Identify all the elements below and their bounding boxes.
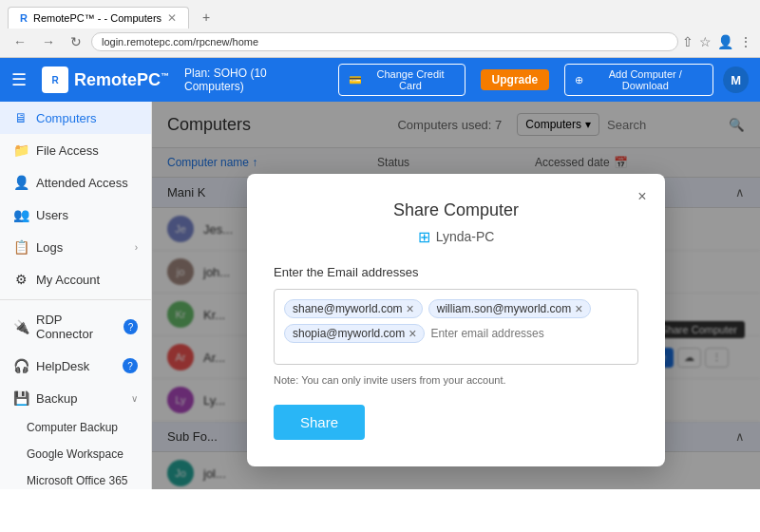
tab-title: RemotePC™ - - Computers bbox=[33, 12, 162, 24]
main-area: 🖥 Computers 📁 File Access 👤 Attended Acc… bbox=[0, 102, 760, 489]
sidebar-item-helpdesk[interactable]: 🎧 HelpDesk ? bbox=[0, 350, 151, 382]
browser-nav: ← → ↻ ⇧ ☆ 👤 ⋮ bbox=[0, 28, 760, 57]
user-avatar[interactable]: M bbox=[723, 66, 749, 93]
sidebar-item-google-workspace[interactable]: Google Workspace bbox=[0, 441, 151, 467]
refresh-button[interactable]: ↻ bbox=[65, 32, 87, 51]
content-wrapper: Computers Computers used: 7 Computers ▾ … bbox=[152, 102, 760, 489]
modal-note: Note: You can only invite users from you… bbox=[274, 374, 638, 386]
sidebar-item-label: My Account bbox=[36, 273, 100, 287]
address-bar[interactable] bbox=[91, 32, 678, 51]
sidebar-item-label: Logs bbox=[36, 240, 63, 255]
file-access-icon: 📁 bbox=[13, 142, 28, 158]
chevron-down-icon: ∨ bbox=[131, 393, 138, 404]
sidebar-item-label: Attended Access bbox=[36, 176, 128, 190]
rdp-badge: ? bbox=[124, 319, 138, 334]
sidebar-item-users[interactable]: 👥 Users bbox=[0, 199, 151, 231]
sidebar-item-computers[interactable]: 🖥 Computers bbox=[0, 102, 151, 134]
sidebar-item-label: HelpDesk bbox=[36, 359, 89, 373]
back-button[interactable]: ← bbox=[8, 32, 32, 51]
bookmark-button[interactable]: ☆ bbox=[699, 34, 712, 49]
helpdesk-icon: 🎧 bbox=[13, 358, 28, 373]
email-input-area[interactable]: shane@myworld.com × william.son@myworld.… bbox=[274, 289, 638, 365]
plan-info: Plan: SOHO (10 Computers) bbox=[184, 66, 323, 93]
new-tab-button[interactable]: + bbox=[195, 6, 218, 28]
profile-button[interactable]: 👤 bbox=[717, 34, 733, 49]
email-tag-text: shopia@myworld.com bbox=[293, 327, 405, 340]
browser-title-bar: R RemotePC™ - - Computers ✕ + bbox=[0, 0, 760, 28]
sidebar-item-logs[interactable]: 📋 Logs › bbox=[0, 231, 151, 263]
email-tag-text: shane@myworld.com bbox=[293, 302, 403, 315]
sidebar-item-file-access[interactable]: 📁 File Access bbox=[0, 134, 151, 166]
modal-title: Share Computer bbox=[274, 200, 638, 220]
chevron-right-icon: › bbox=[135, 242, 138, 253]
sidebar-divider bbox=[0, 299, 151, 300]
modal-close-button[interactable]: × bbox=[631, 185, 654, 208]
header-right: ⊕ Add Computer / Download M bbox=[564, 64, 749, 96]
sidebar-item-label: Backup bbox=[36, 391, 77, 406]
sidebar-item-label: File Access bbox=[36, 143, 99, 158]
menu-button[interactable]: ⋮ bbox=[739, 34, 752, 49]
computers-icon: 🖥 bbox=[13, 110, 28, 125]
logo-text: RemotePC™ bbox=[74, 70, 169, 90]
my-account-icon: ⚙ bbox=[13, 272, 28, 287]
share-button[interactable]: Share bbox=[274, 405, 365, 440]
backup-icon: 💾 bbox=[13, 390, 28, 406]
sidebar-item-label: Users bbox=[36, 208, 68, 222]
content-area: Computers Computers used: 7 Computers ▾ … bbox=[152, 102, 760, 489]
sidebar-item-label: Google Workspace bbox=[27, 447, 124, 461]
email-tag-remove[interactable]: × bbox=[407, 302, 414, 315]
extensions-button[interactable]: ⇧ bbox=[682, 34, 694, 49]
email-tag-remove[interactable]: × bbox=[575, 302, 582, 315]
tab-favicon: R bbox=[20, 12, 28, 24]
rdp-icon: 🔌 bbox=[13, 319, 28, 334]
helpdesk-badge: ? bbox=[123, 358, 138, 373]
logo-icon: R bbox=[42, 66, 68, 93]
hamburger-button[interactable]: ☰ bbox=[11, 69, 27, 90]
credit-card-label: Change Credit Card bbox=[366, 68, 454, 91]
app: ☰ R RemotePC™ Plan: SOHO (10 Computers) … bbox=[0, 58, 760, 489]
attended-access-icon: 👤 bbox=[13, 175, 28, 190]
modal-overlay: × Share Computer ⊞ Lynda-PC Enter the Em… bbox=[152, 102, 760, 489]
add-computer-button[interactable]: ⊕ Add Computer / Download bbox=[564, 64, 713, 96]
sidebar-item-rdp-connector[interactable]: 🔌 RDP Connector ? bbox=[0, 304, 151, 350]
modal-computer-name: ⊞ Lynda-PC bbox=[274, 228, 638, 246]
sidebar-item-label: Computer Backup bbox=[27, 421, 118, 434]
add-computer-label: Add Computer / Download bbox=[587, 68, 703, 91]
users-icon: 👥 bbox=[13, 207, 28, 222]
email-tag-text: william.son@myworld.com bbox=[437, 302, 572, 315]
email-tag-remove[interactable]: × bbox=[408, 327, 416, 340]
windows-icon: ⊞ bbox=[418, 228, 430, 246]
email-tag: william.son@myworld.com × bbox=[428, 299, 592, 318]
sidebar-item-microsoft-office[interactable]: Microsoft Office 365 bbox=[0, 467, 151, 489]
forward-button[interactable]: → bbox=[36, 32, 61, 51]
logs-icon: 📋 bbox=[13, 239, 28, 255]
browser-tab[interactable]: R RemotePC™ - - Computers ✕ bbox=[8, 7, 189, 28]
sidebar: 🖥 Computers 📁 File Access 👤 Attended Acc… bbox=[0, 102, 152, 489]
email-input[interactable] bbox=[430, 324, 628, 343]
email-tag: shane@myworld.com × bbox=[284, 299, 423, 318]
credit-card-icon: 💳 bbox=[349, 74, 362, 86]
sidebar-item-computer-backup[interactable]: Computer Backup bbox=[0, 414, 151, 441]
sidebar-item-attended-access[interactable]: 👤 Attended Access bbox=[0, 166, 151, 199]
computer-name-label: Lynda-PC bbox=[436, 229, 495, 244]
sidebar-item-my-account[interactable]: ⚙ My Account bbox=[0, 263, 151, 295]
logo: R RemotePC™ bbox=[42, 66, 169, 93]
sidebar-item-label: RDP Connector bbox=[36, 313, 116, 341]
tab-close-icon[interactable]: ✕ bbox=[167, 11, 177, 25]
sidebar-item-backup[interactable]: 💾 Backup ∨ bbox=[0, 382, 151, 414]
change-credit-card-button[interactable]: 💳 Change Credit Card bbox=[338, 64, 465, 96]
email-label: Enter the Email addresses bbox=[274, 265, 638, 279]
email-tag: shopia@myworld.com × bbox=[284, 324, 425, 343]
browser-actions: ⇧ ☆ 👤 ⋮ bbox=[682, 34, 752, 49]
upgrade-button[interactable]: Upgrade bbox=[481, 69, 550, 90]
sidebar-item-label: Microsoft Office 365 bbox=[27, 474, 128, 487]
share-computer-modal: × Share Computer ⊞ Lynda-PC Enter the Em… bbox=[247, 174, 665, 466]
browser-chrome: R RemotePC™ - - Computers ✕ + ← → ↻ ⇧ ☆ … bbox=[0, 0, 760, 58]
add-icon: ⊕ bbox=[575, 74, 583, 86]
sidebar-item-label: Computers bbox=[36, 111, 97, 125]
app-header: ☰ R RemotePC™ Plan: SOHO (10 Computers) … bbox=[0, 58, 760, 102]
